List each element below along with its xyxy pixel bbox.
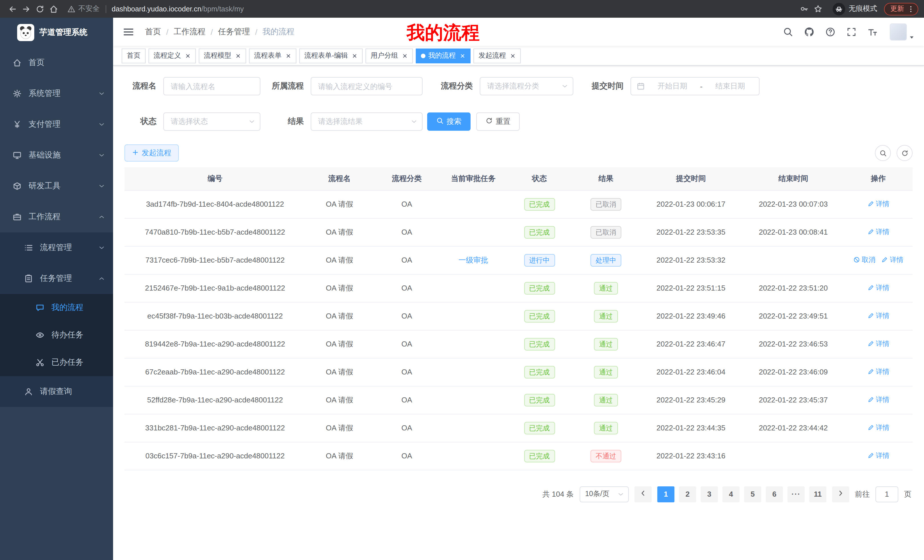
page-button-2[interactable]: 2: [679, 486, 696, 502]
status-select[interactable]: 请选择状态: [164, 112, 260, 131]
tab-3[interactable]: 流程表单: [249, 48, 296, 63]
sidebar-item-label: 已办任务: [51, 357, 83, 368]
tab-0[interactable]: 首页: [122, 48, 146, 63]
close-tab-icon[interactable]: [402, 53, 408, 58]
page-button-4[interactable]: 4: [722, 486, 740, 502]
sidebar-item-9[interactable]: 待办任务: [0, 321, 113, 349]
create-process-button[interactable]: 发起流程: [124, 144, 179, 162]
page-button-6[interactable]: 6: [766, 486, 783, 502]
category-select[interactable]: 请选择流程分类: [480, 77, 573, 95]
close-tab-icon[interactable]: [460, 53, 465, 58]
page-button-3[interactable]: 3: [701, 486, 718, 502]
detail-action[interactable]: 详情: [867, 451, 890, 461]
sidebar-toggle-icon[interactable]: [122, 26, 135, 38]
category-label: 流程分类: [427, 81, 480, 91]
github-icon[interactable]: [803, 26, 816, 38]
sidebar-item-2[interactable]: 支付管理: [0, 109, 113, 140]
avatar[interactable]: [890, 23, 907, 40]
result-badge: 处理中: [591, 254, 621, 266]
reset-button[interactable]: 重置: [476, 112, 520, 131]
detail-action[interactable]: 详情: [867, 395, 890, 405]
sidebar-item-11[interactable]: 请假查询: [0, 376, 113, 407]
password-key-icon[interactable]: [797, 2, 811, 16]
breadcrumb-separator: [166, 27, 168, 36]
bookmark-star-icon[interactable]: [811, 2, 825, 16]
detail-action[interactable]: 详情: [867, 423, 890, 433]
name-input[interactable]: [164, 77, 260, 95]
detail-action[interactable]: 详情: [867, 227, 890, 237]
tab-7[interactable]: 发起流程: [473, 48, 521, 63]
browser-forward-button[interactable]: [20, 2, 33, 16]
not-secure-icon: [68, 5, 75, 13]
help-icon[interactable]: [824, 26, 837, 38]
refresh-table-button[interactable]: [897, 145, 913, 161]
sidebar-item-3[interactable]: 基础设施: [0, 140, 113, 171]
detail-action[interactable]: 详情: [867, 311, 890, 321]
sidebar-item-6[interactable]: 流程管理: [0, 232, 113, 263]
detail-action[interactable]: 详情: [867, 367, 890, 377]
browser-back-button[interactable]: [6, 2, 20, 16]
tab-1[interactable]: 流程定义: [148, 48, 196, 63]
table-row: 3ad174fb-7b9d-11ec-8404-acde48001122OA 请…: [124, 190, 913, 218]
close-tab-icon[interactable]: [185, 53, 191, 58]
tab-5[interactable]: 用户分组: [366, 48, 413, 63]
breadcrumb-item-2[interactable]: 任务管理: [218, 27, 250, 37]
sidebar-item-8[interactable]: 我的流程: [0, 294, 113, 321]
close-tab-icon[interactable]: [510, 53, 516, 58]
more-pages-button[interactable]: ···: [788, 486, 805, 502]
page-button-11[interactable]: 11: [809, 486, 826, 502]
sidebar-item-7[interactable]: 任务管理: [0, 263, 113, 294]
goto-page-input[interactable]: [876, 486, 898, 502]
browser-reload-button[interactable]: [33, 2, 47, 16]
tab-4[interactable]: 流程表单-编辑: [299, 48, 363, 63]
toggle-search-button[interactable]: [875, 145, 891, 161]
cell-submit-time: 2022-01-22 23:46:04: [639, 358, 742, 386]
search-button-label: 搜索: [447, 117, 461, 127]
breadcrumb-item-1[interactable]: 工作流程: [174, 27, 206, 37]
fullscreen-icon[interactable]: [845, 26, 858, 38]
page-button-1[interactable]: 1: [657, 486, 675, 502]
page-size-select[interactable]: 10条/页: [579, 486, 629, 502]
breadcrumb-separator: [211, 27, 213, 36]
detail-action[interactable]: 详情: [867, 339, 890, 349]
cell-result: 处理中: [573, 246, 639, 274]
search-button[interactable]: 搜索: [427, 112, 471, 131]
close-tab-icon[interactable]: [235, 53, 241, 58]
tab-2[interactable]: 流程模型: [199, 48, 246, 63]
start-date-placeholder: 开始日期: [650, 81, 696, 91]
page-button-5[interactable]: 5: [744, 486, 761, 502]
cancel-action[interactable]: 取消: [853, 255, 876, 265]
header-search-icon[interactable]: [782, 26, 794, 38]
browser-home-button[interactable]: [47, 2, 60, 16]
close-tab-icon[interactable]: [352, 53, 357, 58]
close-tab-icon[interactable]: [285, 53, 291, 58]
refresh-icon: [485, 117, 493, 126]
font-size-icon[interactable]: [866, 26, 879, 38]
process-input[interactable]: [310, 77, 423, 95]
browser-update-button[interactable]: 更新: [884, 3, 918, 15]
result-select[interactable]: 请选择流结果: [310, 112, 423, 131]
sidebar-item-5[interactable]: 工作流程: [0, 202, 113, 232]
sidebar-item-1[interactable]: 系统管理: [0, 78, 113, 109]
detail-action[interactable]: 详情: [867, 283, 890, 293]
detail-action[interactable]: 详情: [881, 255, 903, 265]
sidebar-item-4[interactable]: 研发工具: [0, 171, 113, 202]
gear-icon: [13, 89, 23, 98]
sidebar-item-10[interactable]: 已办任务: [0, 349, 113, 376]
cell-task: [440, 190, 507, 218]
cell-task: 一级审批: [440, 246, 507, 274]
task-link[interactable]: 一级审批: [458, 256, 488, 264]
cell-status: 已完成: [506, 414, 573, 442]
tab-6[interactable]: 我的流程: [416, 48, 471, 63]
sidebar-item-0[interactable]: 首页: [0, 47, 113, 78]
address-bar[interactable]: 不安全 dashboard.yudao.iocoder.cn/bpm/task/…: [68, 4, 797, 14]
next-page-button[interactable]: [832, 486, 849, 502]
detail-action[interactable]: 详情: [867, 199, 890, 209]
browser-menu-icon[interactable]: [907, 5, 915, 13]
breadcrumb-item-0[interactable]: 首页: [145, 27, 161, 37]
date-range-picker[interactable]: 开始日期 - 结束日期: [630, 77, 759, 95]
status-badge: 已完成: [524, 422, 555, 434]
prev-page-button[interactable]: [634, 486, 652, 502]
user-menu[interactable]: [890, 23, 915, 40]
table-toolbar: 发起流程: [113, 131, 924, 162]
